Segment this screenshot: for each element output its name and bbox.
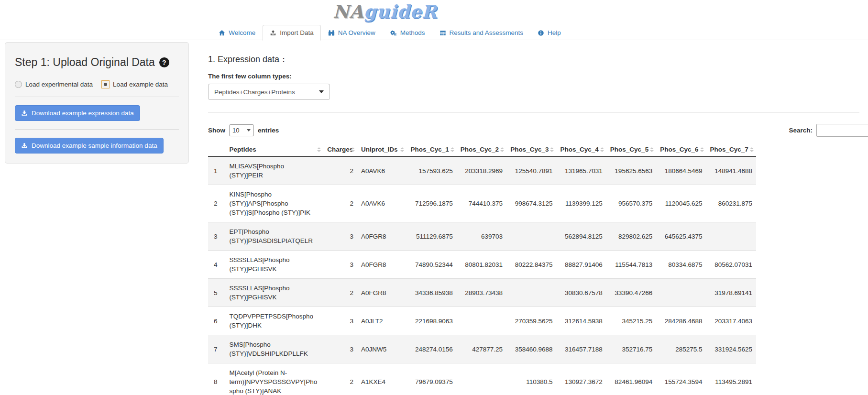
column-header-label: Phos_Cyc_7	[710, 146, 748, 153]
panel-divider	[15, 97, 179, 97]
column-header-index	[208, 143, 225, 157]
table-icon	[439, 30, 446, 36]
tab-label: Results and Assessments	[450, 29, 524, 36]
tab-help[interactable]: Help	[530, 25, 568, 41]
table-row[interactable]: 2KINS[Phospho (STY)]APS[Phospho (STY)]S[…	[208, 185, 756, 222]
value-cell: 221698.9063	[407, 307, 456, 335]
row-number: 6	[208, 307, 225, 335]
column-header-phos_cyc_4[interactable]: Phos_Cyc_4	[556, 143, 606, 157]
value-cell	[706, 222, 756, 251]
column-types-label: The first few column types:	[208, 73, 868, 80]
column-types-select[interactable]: Peptides+Charges+Proteins	[208, 84, 330, 100]
info-icon	[538, 30, 544, 36]
peptide-cell: SMS[Phospho (STY)]VDLSHIPLKDPLLFK	[225, 335, 323, 363]
page-length-select[interactable]: 10	[229, 124, 254, 136]
charge-cell: 3	[323, 335, 357, 363]
sort-arrows-icon[interactable]	[400, 147, 404, 152]
table-row[interactable]: 3EPT[Phospho (STY)]PSIASDISLPIATQELR3A0F…	[208, 222, 756, 251]
value-cell	[506, 222, 556, 251]
sort-arrows-icon[interactable]	[351, 147, 355, 152]
peptide-cell: EPT[Phospho (STY)]PSIASDISLPIATQELR	[225, 222, 323, 251]
charge-cell: 2	[323, 279, 357, 307]
column-header-charges[interactable]: Charges	[323, 143, 357, 157]
download-expression-button[interactable]: Download example expression data	[15, 105, 140, 121]
value-cell: 82461.96094	[606, 363, 656, 395]
value-cell: 562894.8125	[556, 222, 606, 251]
peptide-cell: M[Acetyl (Protein N-term)]NPVYSPGSSGVPY[…	[225, 363, 323, 395]
table-row[interactable]: 7SMS[Phospho (STY)]VDLSHIPLKDPLLFK3A0JNW…	[208, 335, 756, 363]
value-cell: 80562.07031	[706, 251, 756, 279]
value-cell: 358460.9688	[506, 335, 556, 363]
column-header-label: Phos_Cyc_1	[410, 146, 449, 153]
value-cell: 511129.6875	[407, 222, 456, 251]
table-row[interactable]: 1MLISAVS[Phospho (STY)]PEIR2A0AVK6157593…	[208, 157, 756, 185]
column-header-phos_cyc_6[interactable]: Phos_Cyc_6	[656, 143, 706, 157]
column-header-phos_cyc_2[interactable]: Phos_Cyc_2	[457, 143, 506, 157]
value-cell: 131965.7031	[556, 157, 606, 185]
radio-load-experimental-data[interactable]: Load experimental data	[15, 81, 93, 88]
tab-label: Welcome	[229, 29, 255, 36]
download-icon	[21, 143, 28, 149]
table-row[interactable]: 5SSSSLLAS[Phospho (STY)]PGHISVK2A0FGR834…	[208, 279, 756, 307]
download-sample-info-button[interactable]: Download example sample information data	[15, 138, 164, 154]
column-header-label: Charges	[327, 146, 353, 153]
section-title: 1. Expression data：	[208, 54, 868, 65]
sort-arrows-icon[interactable]	[650, 147, 654, 152]
naguider-app: NAguideR Welcome Import Data NA Overview…	[0, 0, 868, 395]
value-cell: 712596.1875	[407, 185, 456, 222]
radio-selected-icon	[101, 80, 110, 88]
value-cell: 316457.7188	[556, 335, 606, 363]
column-header-label: Uniprot_IDs	[361, 146, 398, 153]
radio-load-example-data[interactable]: Load example data	[101, 80, 168, 88]
entries-label: entries	[258, 127, 279, 134]
row-number: 1	[208, 157, 225, 185]
tab-methods[interactable]: Methods	[383, 25, 432, 41]
sort-arrows-icon[interactable]	[317, 147, 321, 152]
sort-arrows-icon[interactable]	[700, 147, 704, 152]
charge-cell: 3	[323, 222, 357, 251]
sort-arrows-icon[interactable]	[550, 147, 554, 152]
tab-results-assessments[interactable]: Results and Assessments	[432, 25, 531, 41]
charge-cell: 3	[323, 307, 357, 335]
value-cell: 195625.6563	[606, 157, 656, 185]
column-header-phos_cyc_5[interactable]: Phos_Cyc_5	[606, 143, 656, 157]
value-cell: 79679.09375	[407, 363, 456, 395]
value-cell: 312614.5938	[556, 307, 606, 335]
sort-arrows-icon[interactable]	[450, 147, 454, 152]
column-header-label: Phos_Cyc_5	[610, 146, 648, 153]
value-cell: 645625.4375	[656, 222, 706, 251]
uniprot-cell: A0FGR8	[357, 251, 407, 279]
tab-welcome[interactable]: Welcome	[211, 25, 263, 41]
column-header-uniprot_ids[interactable]: Uniprot_IDs	[357, 143, 407, 157]
value-cell: 74890.52344	[407, 251, 456, 279]
table-row[interactable]: 4SSSSLLAS[Phospho (STY)]PGHISVK3A0FGR874…	[208, 251, 756, 279]
table-row[interactable]: 6TQDPVPPETPSDS[Phospho (STY)]DHK3A0JLT22…	[208, 307, 756, 335]
main-content: 1. Expression data： The first few column…	[201, 46, 868, 395]
value-cell: 427877.25	[457, 335, 506, 363]
column-header-phos_cyc_1[interactable]: Phos_Cyc_1	[407, 143, 456, 157]
sort-arrows-icon[interactable]	[600, 147, 604, 152]
search-control: Search:	[789, 124, 868, 137]
question-circle-icon[interactable]: ?	[159, 57, 169, 67]
sort-arrows-icon[interactable]	[750, 147, 754, 152]
value-cell: 829802.625	[606, 222, 656, 251]
column-header-peptides[interactable]: Peptides	[225, 143, 323, 157]
radio-label: Load example data	[113, 81, 168, 88]
column-header-phos_cyc_7[interactable]: Phos_Cyc_7	[706, 143, 756, 157]
tab-import-data[interactable]: Import Data	[263, 25, 321, 41]
uniprot-cell: A1KXE4	[357, 363, 407, 395]
column-header-phos_cyc_3[interactable]: Phos_Cyc_3	[506, 143, 556, 157]
value-cell: 860231.875	[706, 185, 756, 222]
search-input[interactable]	[816, 124, 868, 137]
value-cell: 345215.25	[606, 307, 656, 335]
value-cell: 80222.84375	[506, 251, 556, 279]
nav-tabs: Welcome Import Data NA Overview Methods …	[0, 24, 868, 40]
uniprot-cell: A0JLT2	[357, 307, 407, 335]
charge-cell: 3	[323, 251, 357, 279]
value-cell: 80801.82031	[457, 251, 506, 279]
uniprot-cell: A0FGR8	[357, 279, 407, 307]
value-cell: 130927.3672	[556, 363, 606, 395]
sort-arrows-icon[interactable]	[500, 147, 504, 152]
tab-na-overview[interactable]: NA Overview	[321, 25, 383, 41]
table-row[interactable]: 8M[Acetyl (Protein N-term)]NPVYSPGSSGVPY…	[208, 363, 756, 395]
